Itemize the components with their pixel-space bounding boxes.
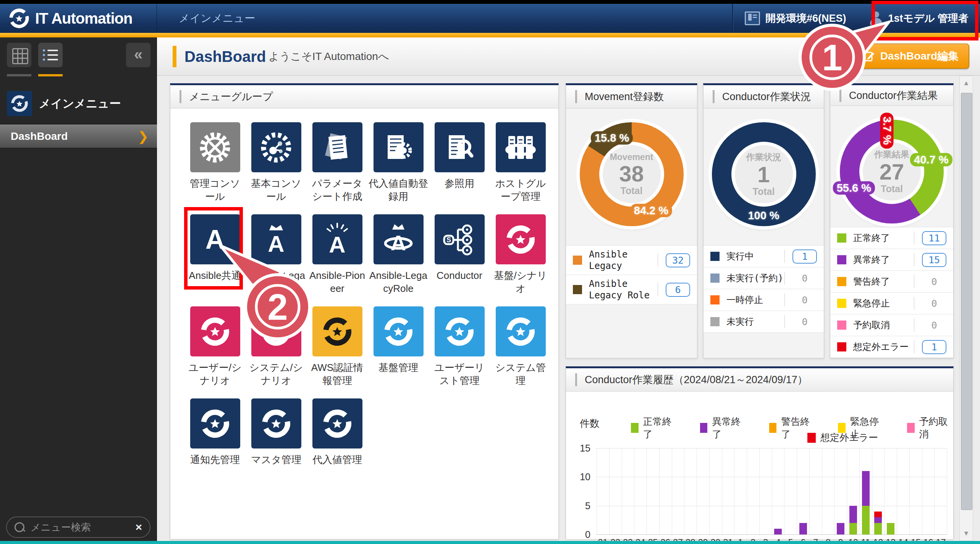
donut-center: Movement38Total xyxy=(603,145,661,203)
sidebar-menu-header: メインメニュー xyxy=(0,86,157,125)
bar-column xyxy=(659,448,672,534)
bar-column xyxy=(709,448,722,534)
clear-search-icon[interactable]: × xyxy=(135,521,142,534)
y-axis-tick-label: 10 xyxy=(568,471,590,482)
servers-icon xyxy=(496,122,546,172)
bar-column xyxy=(722,448,734,534)
search-icon xyxy=(15,522,24,532)
bar-column xyxy=(622,448,634,534)
menu-tile[interactable]: 参照用 xyxy=(431,122,488,203)
menu-tile[interactable]: ホストグループ管理 xyxy=(492,122,549,203)
bar-segment xyxy=(887,523,894,534)
sidebar-tab-grid-view[interactable] xyxy=(7,43,31,67)
legend-color-swatch xyxy=(710,274,720,283)
bar-column xyxy=(847,448,859,534)
menu-tile[interactable]: 基盤管理 xyxy=(370,306,427,387)
environment-icon xyxy=(745,11,760,25)
menu-tile-label: Ansible-LegacyRole xyxy=(369,269,428,295)
menu-search-input[interactable]: メニュー検索 × xyxy=(6,516,150,538)
count-zero: 0 xyxy=(931,320,937,331)
menu-tile-label: 代入値自動登録用 xyxy=(369,177,428,203)
bar-segment xyxy=(874,517,882,523)
legend-label: Ansible Legacy Role xyxy=(589,278,658,301)
history-legend-row1: 正常終了異常終了警告終了緊急停止予約取消 xyxy=(631,415,953,440)
legend-color-swatch xyxy=(837,321,846,330)
legend-row: Ansible Legacy 32 xyxy=(566,245,697,275)
bar-column xyxy=(772,448,784,534)
gear-tools-icon xyxy=(190,122,240,172)
menu-group-title: メニューグループ xyxy=(189,90,273,104)
content-scrollbar[interactable]: ▲ ▼ xyxy=(959,76,973,541)
card-header: Movement登録数 xyxy=(566,85,697,108)
menu-tile[interactable]: 基盤/シナリオ xyxy=(492,214,549,295)
legend-label: 未実行(予約) xyxy=(726,272,784,284)
panel-accent-bar xyxy=(180,90,181,103)
menu-tile-label: マスタ管理 xyxy=(246,453,306,466)
bar-column xyxy=(784,448,797,534)
legend-label: 一時停止 xyxy=(726,294,784,306)
menu-tile[interactable]: パラメータシート作成 xyxy=(309,122,366,203)
menu-tile[interactable]: マスタ管理 xyxy=(247,398,305,466)
app-root: IT Automation メインメニュー 開発環境#6(NES) 1stモデル… xyxy=(0,0,980,544)
sidebar-tab-list-view[interactable] xyxy=(38,43,63,67)
bar-segment xyxy=(849,506,857,523)
bar-column xyxy=(697,448,709,534)
bar-segment xyxy=(837,523,844,534)
legend-row: 警告終了 0 xyxy=(830,271,953,293)
tab-underline-inactive xyxy=(7,74,31,76)
sidebar-item-dashboard[interactable]: DashBoard ❯ xyxy=(0,125,157,148)
svg-text:A: A xyxy=(391,231,406,255)
menu-tile[interactable]: A Ansible-LegacyRole xyxy=(370,214,427,295)
title-accent-bar xyxy=(173,46,176,67)
legend-label: 実行中 xyxy=(726,251,784,262)
legend-label: 予約取消 xyxy=(853,319,914,331)
bar-column xyxy=(597,448,609,534)
menu-tile-label: AWS認証情報管理 xyxy=(307,361,367,387)
conductor-result-card: Conductor作業結果作業結果27Total40.7 %55.6 %3.7 … xyxy=(830,83,954,358)
card-legend: 実行中 1 未実行(予約) 0 一時停止 0 未実行 0 xyxy=(703,245,824,358)
bar-chart-plot xyxy=(597,448,947,534)
menu-tile[interactable]: システム管理 xyxy=(492,306,549,387)
swirl-icon xyxy=(435,306,485,356)
menu-tile[interactable]: 通知先管理 xyxy=(186,398,244,466)
sidebar-menu-title: メインメニュー xyxy=(39,86,121,121)
conductor-status-card: Conductor作業状況作業状況1Total100 % 実行中 1 未実行(予… xyxy=(703,83,824,358)
legend-color-swatch xyxy=(837,277,846,286)
scroll-up-icon[interactable]: ▲ xyxy=(960,79,973,87)
count-badge: 11 xyxy=(922,231,946,245)
history-title: Conductor作業履歴（2024/08/21～2024/09/17） xyxy=(585,373,808,387)
svg-text:2: 2 xyxy=(267,287,288,327)
history-legend-item: 予約取消 xyxy=(907,415,953,440)
menu-tile[interactable]: 代入値管理 xyxy=(309,398,366,466)
legend-row: Ansible Legacy Role 6 xyxy=(566,275,697,304)
history-legend-item: 異常終了 xyxy=(700,415,746,440)
bar-column xyxy=(634,448,647,534)
bar-column xyxy=(747,448,759,534)
swirl-icon xyxy=(496,214,546,264)
menu-tile-label: Conductor xyxy=(430,269,489,282)
annotation-callout-2: 2 xyxy=(217,242,323,349)
sidebar-collapse-button[interactable]: « xyxy=(126,43,150,67)
legend-row: 未実行(予約) 0 xyxy=(703,267,824,289)
bar-column xyxy=(872,448,885,534)
menu-tile[interactable]: 管理コンソール xyxy=(186,122,244,203)
welcome-text: ようこそIT Automationへ xyxy=(268,37,389,76)
it-automation-logo-icon xyxy=(9,8,29,28)
menu-tile[interactable]: 代入値自動登録用 xyxy=(370,122,427,203)
svg-text:A: A xyxy=(329,232,345,257)
legend-color-swatch xyxy=(710,252,720,261)
scrollbar-thumb[interactable] xyxy=(961,93,972,510)
history-chart-body: 件数 正常終了異常終了警告終了緊急停止予約取消 想定外エラー 212223242… xyxy=(566,392,953,539)
bar-column xyxy=(822,448,834,534)
sidebar: « メインメニュー DashBoard ❯ メニュー検索 × xyxy=(0,37,157,541)
legend-color-swatch xyxy=(837,255,846,264)
menu-tile[interactable]: ユーザーリスト管理 xyxy=(431,306,488,387)
menu-tile-label: システム/シナリオ xyxy=(246,361,306,387)
menu-tile[interactable]: 基本コンソール xyxy=(247,122,305,203)
scroll-down-icon[interactable]: ▼ xyxy=(960,529,973,538)
menu-tile-label: 基本コンソール xyxy=(246,177,306,203)
donut-chart-zone: Movement38Total84.2 %15.8 % xyxy=(566,108,697,245)
tab-main-menu[interactable]: メインメニュー xyxy=(179,4,255,33)
menu-tile[interactable]: S Conductor xyxy=(431,214,488,295)
menu-tile-label: 通知先管理 xyxy=(185,453,245,466)
